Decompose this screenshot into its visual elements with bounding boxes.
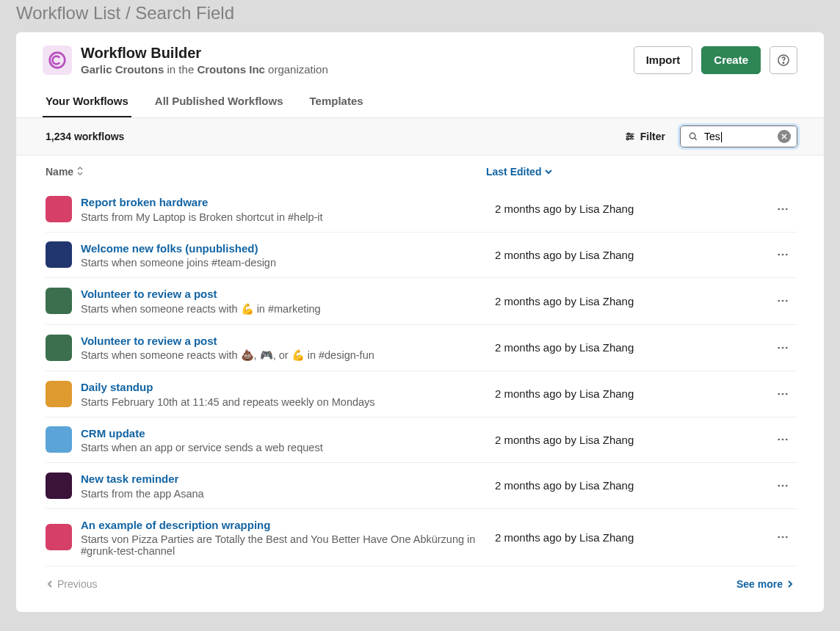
row-info: Daily standup Starts February 10th at 11… xyxy=(81,380,486,408)
previous-button: Previous xyxy=(46,578,97,590)
more-actions-button[interactable] xyxy=(768,479,797,492)
ellipsis-icon xyxy=(776,248,789,261)
svg-point-28 xyxy=(778,439,780,441)
see-more-button[interactable]: See more xyxy=(736,578,794,590)
workflow-icon xyxy=(46,196,72,222)
workflow-description: Starts when someone joins #team-design xyxy=(81,257,486,269)
svg-point-8 xyxy=(626,138,629,140)
sliders-icon xyxy=(624,131,636,142)
column-name[interactable]: Name xyxy=(46,166,486,178)
svg-point-4 xyxy=(627,133,629,135)
svg-point-15 xyxy=(786,208,788,210)
ellipsis-icon xyxy=(776,387,789,401)
table-row[interactable]: Daily standup Starts February 10th at 11… xyxy=(46,371,797,417)
filter-button[interactable]: Filter xyxy=(617,126,673,147)
table-row[interactable]: New task reminder Starts from the app As… xyxy=(46,463,797,509)
panel-header: Workflow Builder Garlic Croutons in the … xyxy=(16,32,824,76)
workflow-icon xyxy=(46,335,72,361)
last-edited: 2 months ago by Lisa Zhang xyxy=(495,434,759,446)
last-edited: 2 months ago by Lisa Zhang xyxy=(495,341,759,354)
svg-point-36 xyxy=(786,536,788,539)
svg-line-10 xyxy=(695,138,697,140)
tab-your-workflows[interactable]: Your Workflows xyxy=(43,89,131,117)
row-info: An example of description wrapping Start… xyxy=(81,518,486,558)
svg-point-6 xyxy=(630,136,632,138)
workflow-name[interactable]: Report broken hardware xyxy=(81,195,486,210)
workflow-name[interactable]: Daily standup xyxy=(81,380,486,395)
workflow-icon xyxy=(46,426,72,453)
workflow-description: Starts when an app or service sends a we… xyxy=(81,442,486,453)
table-row[interactable]: Report broken hardware Starts from My La… xyxy=(46,186,797,233)
import-button[interactable]: Import xyxy=(634,46,693,74)
workflow-description: Starts von Pizza Parties are Totally the… xyxy=(81,533,486,557)
workflow-description: Starts from the app Asana xyxy=(81,488,486,500)
column-last-edited[interactable]: Last Edited xyxy=(486,166,797,178)
header-actions: Import Create xyxy=(634,46,797,74)
svg-point-22 xyxy=(778,346,780,349)
workflow-icon xyxy=(46,381,72,407)
search-input[interactable] xyxy=(704,131,772,142)
workflow-name[interactable]: Welcome new folks (unpublished) xyxy=(81,241,486,256)
svg-point-26 xyxy=(782,393,784,395)
workflow-name[interactable]: An example of description wrapping xyxy=(81,518,486,533)
row-info: New task reminder Starts from the app As… xyxy=(81,472,486,500)
svg-point-29 xyxy=(782,439,784,441)
row-info: Volunteer to review a post Starts when s… xyxy=(81,287,486,316)
svg-point-19 xyxy=(778,300,780,302)
more-actions-button[interactable] xyxy=(768,248,797,261)
tab-templates[interactable]: Templates xyxy=(307,89,366,117)
more-actions-button[interactable] xyxy=(768,387,797,401)
search-icon xyxy=(688,131,698,142)
workflow-icon xyxy=(46,473,72,499)
table-row[interactable]: CRM update Starts when an app or service… xyxy=(46,417,797,464)
close-icon xyxy=(781,134,787,139)
more-actions-button[interactable] xyxy=(768,341,797,354)
ellipsis-icon xyxy=(776,294,789,307)
workflow-name[interactable]: New task reminder xyxy=(81,472,486,486)
more-actions-button[interactable] xyxy=(768,203,797,216)
chevron-left-icon xyxy=(46,580,54,588)
svg-point-32 xyxy=(782,484,784,486)
workflow-name[interactable]: Volunteer to review a post xyxy=(81,287,486,302)
app-title: Workflow Builder xyxy=(81,44,625,62)
table-row[interactable]: An example of description wrapping Start… xyxy=(46,509,797,567)
workflow-name[interactable]: Volunteer to review a post xyxy=(81,334,486,349)
more-actions-button[interactable] xyxy=(768,530,797,544)
clear-search-button[interactable] xyxy=(778,130,791,143)
create-button[interactable]: Create xyxy=(701,46,761,74)
question-icon xyxy=(777,54,790,67)
more-actions-button[interactable] xyxy=(768,294,797,307)
tab-all-published-workflows[interactable]: All Published Workflows xyxy=(152,89,286,117)
app-logo xyxy=(43,45,72,75)
ellipsis-icon xyxy=(776,530,789,544)
workflow-name[interactable]: CRM update xyxy=(81,426,486,441)
search-input-wrapper[interactable] xyxy=(680,125,797,147)
table-row[interactable]: Volunteer to review a post Starts when s… xyxy=(46,325,797,372)
table-row[interactable]: Volunteer to review a post Starts when s… xyxy=(46,278,797,325)
workflow-description: Starts from My Laptop is Broken shortcut… xyxy=(81,211,486,223)
workflow-count: 1,234 workflows xyxy=(46,131,124,142)
workflow-icon xyxy=(46,288,72,314)
svg-point-27 xyxy=(786,393,788,395)
app-panel: Workflow Builder Garlic Croutons in the … xyxy=(16,32,824,612)
more-actions-button[interactable] xyxy=(768,433,797,446)
pagination: Previous See more xyxy=(16,566,824,602)
help-button[interactable] xyxy=(770,46,797,74)
svg-point-34 xyxy=(778,536,780,539)
copyright-icon xyxy=(48,51,67,70)
last-edited: 2 months ago by Lisa Zhang xyxy=(495,203,759,215)
svg-point-17 xyxy=(782,254,784,256)
title-block: Workflow Builder Garlic Croutons in the … xyxy=(81,44,625,76)
svg-point-21 xyxy=(786,300,788,302)
ellipsis-icon xyxy=(776,341,789,354)
workflow-description: Starts when someone reacts with 💩, 🎮, or… xyxy=(81,349,486,362)
svg-point-16 xyxy=(778,254,780,256)
chevron-right-icon xyxy=(786,580,794,588)
last-edited: 2 months ago by Lisa Zhang xyxy=(495,295,759,307)
svg-point-18 xyxy=(786,254,788,256)
workflow-icon xyxy=(46,524,72,550)
table-row[interactable]: Welcome new folks (unpublished) Starts w… xyxy=(46,233,797,279)
svg-point-30 xyxy=(786,439,788,441)
svg-point-2 xyxy=(783,62,783,63)
workflow-description: Starts when someone reacts with 💪 in #ma… xyxy=(81,303,486,316)
